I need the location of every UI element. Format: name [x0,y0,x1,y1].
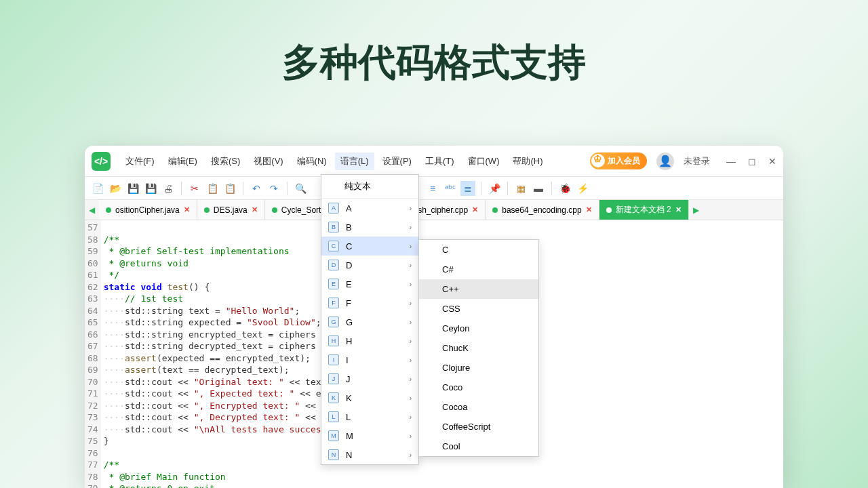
language-letter-C[interactable]: CC› [321,237,418,256]
pin-icon[interactable]: 📌 [487,181,502,196]
titlebar: </> 文件(F)编辑(E)搜索(S)视图(V)编码(N)语言(L)设置(P)工… [85,146,783,177]
tab[interactable]: ositionCipher.java✕ [99,200,197,220]
tabbar: ◀ ositionCipher.java✕DES.java✕Cycle_Sort… [85,200,783,220]
app-window: </> 文件(F)编辑(E)搜索(S)视图(V)编码(N)语言(L)设置(P)工… [85,146,783,488]
tab-close-icon[interactable]: ✕ [675,205,682,214]
menu-item[interactable]: 语言(L) [335,152,374,170]
language-option[interactable]: Coco [419,378,538,397]
redo-icon[interactable]: ↷ [267,181,281,196]
language-letter-B[interactable]: BB› [321,218,418,237]
open-icon[interactable]: 📂 [108,181,123,196]
zoom-in-icon[interactable]: 🔍 [293,181,308,196]
language-menu: 纯文本 AA›BB›CC›DD›EE›FF›GG›HH›II›JJ›KK›LL›… [321,174,419,465]
language-option[interactable]: C [419,240,538,260]
bolt-icon[interactable]: ⚡ [575,181,590,196]
language-letter-I[interactable]: II› [321,350,418,369]
language-plain-text[interactable]: 纯文本 [321,175,418,199]
language-letter-H[interactable]: HH› [321,331,418,350]
close-button[interactable]: ✕ [768,156,776,167]
tab-scroll-right[interactable]: ▶ [689,200,703,220]
toolbar: 📄📂💾💾🖨✂📋📋↶↷🔍≡ᵃᵇᶜ≣📌▦▬🐞⚡ [85,177,783,200]
grid-icon[interactable]: ▦ [513,181,528,196]
line-gutter: 57 58 59 60 61 62 63 64 65 66 67 68 69 7… [85,220,101,488]
undo-icon[interactable]: ↶ [249,181,264,196]
abc-icon[interactable]: ᵃᵇᶜ [443,181,458,196]
login-status[interactable]: 未登录 [684,155,710,167]
new-file-icon[interactable]: 📄 [90,181,105,196]
save-icon[interactable]: 💾 [125,181,140,196]
minimize-button[interactable]: — [726,156,736,167]
terminal-icon[interactable]: ▬ [531,181,546,196]
language-letter-D[interactable]: DD› [321,256,418,274]
menu-item[interactable]: 视图(V) [248,152,288,170]
menu-item[interactable]: 编码(N) [292,152,332,170]
hero-title: 多种代码格式支持 [0,37,868,89]
menubar: 文件(F)编辑(E)搜索(S)视图(V)编码(N)语言(L)设置(P)工具(T)… [120,152,549,170]
avatar-icon[interactable]: 👤 [656,152,674,170]
language-option[interactable]: ChucK [419,338,538,358]
menu-item[interactable]: 帮助(H) [507,152,548,170]
tab-close-icon[interactable]: ✕ [252,205,258,214]
language-option[interactable]: Clojure [419,358,538,378]
menu-item[interactable]: 窗口(W) [462,152,505,170]
menu-item[interactable]: 工具(T) [420,152,460,170]
language-option[interactable]: Cool [419,436,538,456]
tab[interactable]: base64_encoding.cpp✕ [486,200,599,220]
tab-scroll-left[interactable]: ◀ [85,200,99,220]
menu-item[interactable]: 编辑(E) [163,152,203,170]
tab[interactable]: DES.java✕ [197,200,265,220]
menu-item[interactable]: 设置(P) [377,152,417,170]
language-letter-F[interactable]: FF› [321,293,418,312]
language-option[interactable]: Cocoa [419,397,538,417]
tab-close-icon[interactable]: ✕ [472,205,478,214]
tab[interactable]: 新建文本文档 2✕ [599,200,689,220]
language-option[interactable]: C++ [419,279,538,299]
copy-icon[interactable]: 📋 [205,181,220,196]
menu-item[interactable]: 搜索(S) [205,152,245,170]
app-logo-icon: </> [92,152,111,171]
language-option[interactable]: C# [419,260,538,279]
language-option[interactable]: CSS [419,299,538,319]
tab-close-icon[interactable]: ✕ [586,205,592,214]
paste-icon[interactable]: 📋 [222,181,237,196]
maximize-button[interactable]: ◻ [748,156,756,167]
language-letter-G[interactable]: GG› [321,312,418,331]
language-letter-N[interactable]: NN› [321,445,418,464]
vip-button[interactable]: 加入会员 [590,152,647,169]
language-letter-E[interactable]: EE› [321,274,418,293]
code-area[interactable]: /** * @brief Self-test implementations *… [101,220,321,488]
list-icon[interactable]: ≡ [425,181,440,196]
save-all-icon[interactable]: 💾 [143,181,158,196]
cut-icon[interactable]: ✂ [187,181,202,196]
language-letter-A[interactable]: AA› [321,199,418,218]
language-letter-K[interactable]: KK› [321,388,418,407]
language-letter-J[interactable]: JJ› [321,369,418,388]
language-letter-M[interactable]: MM› [321,426,418,445]
print-icon[interactable]: 🖨 [161,181,176,196]
language-option[interactable]: Ceylon [419,319,538,338]
indent-icon[interactable]: ≣ [460,181,475,196]
language-letter-L[interactable]: LL› [321,407,418,426]
language-submenu-c: CC#C++CSSCeylonChucKClojureCocoCocoaCoff… [418,239,539,457]
bug-icon[interactable]: 🐞 [557,181,572,196]
language-option[interactable]: CoffeeScript [419,417,538,436]
tab-close-icon[interactable]: ✕ [184,205,190,214]
menu-item[interactable]: 文件(F) [120,152,160,170]
